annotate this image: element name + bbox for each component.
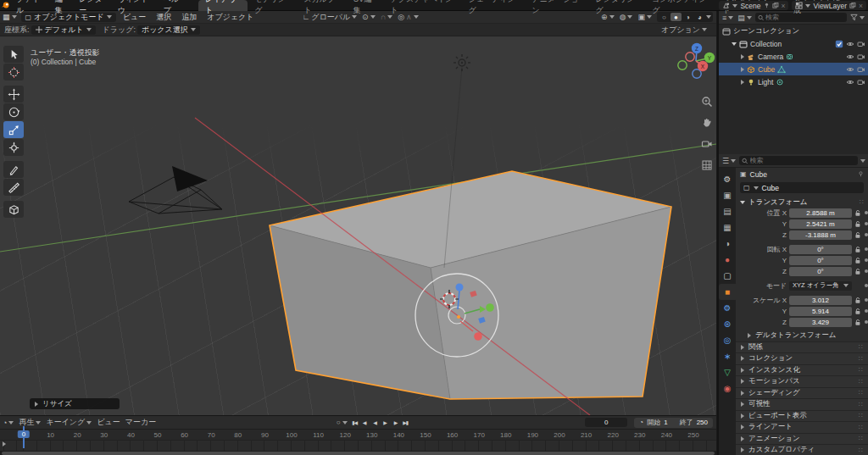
properties-search[interactable] [739, 156, 858, 165]
animate-dot[interactable] [865, 258, 868, 262]
panel-コレクション[interactable]: コレクション∷ [736, 353, 868, 365]
hide-eye-icon[interactable] [846, 65, 854, 74]
unlink-icon[interactable]: × [782, 2, 786, 10]
disclosure-icon[interactable] [732, 42, 737, 46]
tool-transform-button[interactable] [3, 139, 24, 156]
animate-dot[interactable] [865, 247, 868, 251]
tool-cursor-button[interactable] [3, 64, 24, 80]
hide-eye-icon[interactable] [846, 78, 854, 86]
animate-dot[interactable] [865, 233, 868, 236]
start-frame-value[interactable]: 1 [664, 419, 667, 426]
auto-keying-toggle[interactable]: ○ [334, 419, 350, 426]
animate-dot[interactable] [865, 284, 868, 287]
value-field[interactable]: 3.429 [789, 318, 852, 327]
zoom-button[interactable] [699, 94, 714, 108]
menu-ヘルプ[interactable]: ヘルプ [159, 0, 190, 16]
animate-dot[interactable] [865, 211, 868, 214]
viewport-canvas[interactable]: Z Y X [0, 11, 716, 415]
play-reverse-button[interactable]: ◀ [370, 418, 380, 427]
options-dropdown[interactable]: オプション [659, 25, 709, 36]
timeline-menu-キーイング[interactable]: キーイング [43, 417, 94, 428]
properties-tab-object-data[interactable]: ▽ [719, 364, 736, 380]
workspace-tab-アニメーション[interactable]: アニメーション [526, 0, 589, 11]
timeline-menu-マーカー[interactable]: マーカー [123, 417, 159, 428]
panel-可視性[interactable]: 可視性∷ [736, 399, 868, 411]
drag-mode-dropdown[interactable]: ボックス選択 [137, 25, 200, 35]
value-field[interactable]: 3.012 [789, 296, 852, 305]
workspace-tab-コンポジティング[interactable]: コンポジティング [645, 0, 716, 11]
panel-モーションパス[interactable]: モーションパス∷ [736, 376, 868, 388]
hide-eye-icon[interactable] [846, 53, 854, 61]
lock-icon[interactable] [854, 246, 861, 253]
animate-dot[interactable] [865, 309, 868, 313]
properties-tab-scene[interactable]: ◑ [719, 236, 736, 252]
lock-icon[interactable] [854, 231, 861, 239]
properties-tab-output[interactable]: ▤ [719, 203, 736, 219]
view-layer-selector[interactable]: ViewLayer × [792, 1, 866, 10]
disable-render-icon[interactable] [857, 53, 865, 61]
tool-add-cube-button[interactable] [3, 201, 24, 218]
panel-シェーディング[interactable]: シェーディング∷ [736, 388, 868, 400]
disable-render-icon[interactable] [857, 40, 865, 48]
outliner-item-Light[interactable]: Light [719, 75, 868, 88]
properties-tab-material[interactable]: ◉ [719, 380, 736, 397]
disable-render-icon[interactable] [857, 78, 865, 86]
properties-tab-collection[interactable]: ▢ [719, 268, 736, 284]
axis-minus-x[interactable] [686, 53, 694, 61]
outliner-item-シーンコレクション[interactable]: シーンコレクション [719, 25, 868, 37]
viewport-3d[interactable]: ▦ ▢ オブジェクトモード ビュー選択追加オブジェクト ∟ グローバル ⊙ ∩ … [0, 11, 716, 415]
workspace-tab-モデリング[interactable]: モデリング [248, 0, 297, 11]
animate-dot[interactable] [865, 320, 868, 324]
panel-ラインアート[interactable]: ラインアート∷ [736, 422, 868, 434]
operator-panel[interactable]: リサイズ [30, 398, 120, 409]
disable-render-icon[interactable] [857, 65, 865, 74]
value-field[interactable]: 2.5421 m [789, 219, 852, 229]
transform-panel-header[interactable]: トランスフォーム ∷ [736, 197, 868, 208]
camera-object[interactable] [129, 166, 222, 214]
jump-start-button[interactable]: ▮◀ [350, 418, 359, 427]
menu-編集[interactable]: 編集 [50, 0, 74, 16]
axis-minus-z[interactable] [693, 69, 701, 78]
panel-インスタンス化[interactable]: インスタンス化∷ [736, 365, 868, 377]
toggle-perspective-button[interactable] [699, 158, 714, 172]
animate-dot[interactable] [865, 269, 868, 273]
value-field[interactable]: 0° [789, 267, 852, 276]
timeline-ruler[interactable]: 0102030405060708090100110120130140150160… [0, 430, 716, 440]
workspace-tab-テクスチャペイント[interactable]: テクスチャペイント [384, 0, 462, 11]
filter-dropdown[interactable] [849, 14, 865, 21]
channel-expand-icon[interactable] [3, 441, 6, 447]
end-frame-value[interactable]: 250 [697, 419, 708, 426]
lock-icon[interactable] [854, 209, 861, 217]
disclosure-icon[interactable] [741, 67, 744, 72]
properties-tab-particles[interactable]: ∗ [719, 348, 736, 364]
camera-view-button[interactable] [699, 136, 714, 151]
tool-rotate-button[interactable] [3, 103, 24, 120]
disclosure-icon[interactable] [741, 54, 744, 59]
value-field[interactable]: 5.914 [789, 307, 852, 316]
workspace-tab-シェーディング[interactable]: シェーディング [462, 0, 526, 11]
next-keyframe-button[interactable]: ·▶ [391, 418, 400, 427]
outliner-item-Cube[interactable]: Cube [719, 63, 868, 75]
properties-tab-world[interactable]: ● [719, 252, 736, 268]
cube-object[interactable] [270, 171, 671, 399]
scene-selector[interactable]: Scene × [719, 1, 788, 10]
properties-tab-render[interactable]: ▣ [719, 187, 736, 203]
properties-tab-tool[interactable]: ⚙ [719, 171, 736, 187]
properties-tab-modifiers[interactable]: ⚙ [719, 300, 736, 316]
panel-delta-transform[interactable]: デルタトランスフォーム [736, 330, 868, 342]
outliner-item-Collection[interactable]: Collection [719, 37, 868, 50]
panel-関係[interactable]: 関係∷ [736, 342, 868, 354]
workspace-tab-レイアウト[interactable]: レイアウト [198, 0, 248, 11]
blender-logo-icon[interactable] [0, 0, 11, 11]
value-field[interactable]: 2.8588 m [789, 208, 852, 218]
axis-minus-y[interactable] [678, 61, 687, 69]
timeline-channels[interactable] [0, 440, 716, 451]
workspace-tab-レンダリング[interactable]: レンダリング [588, 0, 645, 11]
menu-ウィンドウ[interactable]: ウィンドウ [113, 0, 159, 16]
navigation-gizmo[interactable]: Z Y X [678, 43, 715, 78]
animate-dot[interactable] [865, 298, 868, 302]
pan-hand-button[interactable] [699, 115, 714, 130]
play-button[interactable]: ▶ [381, 418, 390, 427]
prev-keyframe-button[interactable]: ◀· [360, 418, 370, 427]
lock-icon[interactable] [854, 319, 861, 326]
